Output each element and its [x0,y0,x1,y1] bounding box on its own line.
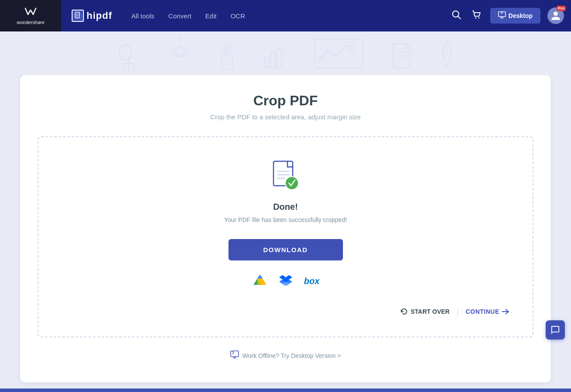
main-card: Crop PDF Crop the PDF to a selected area… [20,75,551,382]
desktop-icon [498,11,506,20]
download-button[interactable]: DOWNLOAD [228,239,343,260]
hipdf-label: hipdf [87,10,112,21]
bottom-bar [0,389,571,392]
svg-point-3 [475,17,476,18]
svg-rect-35 [231,351,239,357]
page-subtitle: Crop the PDF to a selected area, adjust … [33,113,538,121]
feather-icon [438,39,456,70]
hipdf-logo-icon [72,10,84,22]
nav-links: All tools Convert Edit OCR [123,10,254,21]
chart-icon [262,46,286,70]
nav-all-tools[interactable]: All tools [132,10,155,21]
nav-convert[interactable]: Convert [168,10,191,21]
hipdf-brand[interactable]: hipdf [61,10,123,22]
file-icon-wrap [52,159,519,193]
document-icon [391,42,412,70]
bottom-actions: START OVER | CONTINUE [52,304,519,319]
arrow-right-icon [502,309,510,315]
google-drive-button[interactable] [252,273,267,288]
offline-label: Work Offline? Try Desktop Version > [242,352,341,359]
offline-banner[interactable]: Work Offline? Try Desktop Version > [33,350,538,361]
result-area: Done! Your PDF file has been successfull… [38,136,533,337]
continue-label: CONTINUE [466,308,499,315]
desktop-btn-label: Desktop [509,12,533,19]
svg-rect-18 [264,57,269,68]
bg-decoration [0,31,571,75]
done-subtitle: Your PDF file has been successfully crop… [52,216,519,223]
svg-point-33 [286,177,298,189]
desktop-button[interactable]: Desktop [490,8,540,24]
ws-logo [24,7,38,18]
desktop-offline-icon [230,350,239,361]
start-over-label: START OVER [411,308,450,315]
action-divider: | [457,307,459,316]
monitor-chart-icon [312,37,365,70]
svg-rect-20 [277,48,282,68]
wondershare-brand[interactable]: wondershare [0,0,61,31]
plant-icon [116,37,142,70]
svg-line-15 [224,44,225,55]
user-avatar[interactable]: Pro [547,7,564,24]
dropbox-button[interactable] [278,273,294,288]
cart-button[interactable] [470,8,483,24]
start-over-button[interactable]: START OVER [395,304,455,319]
svg-rect-14 [222,55,232,70]
box-button[interactable]: box [304,273,320,288]
wondershare-label: wondershare [17,20,45,25]
navbar: wondershare hipdf All tools Convert Edit… [0,0,571,31]
file-check-icon [270,159,301,193]
svg-line-17 [229,44,231,55]
nav-edit[interactable]: Edit [205,10,217,21]
svg-point-8 [119,45,132,60]
page-title: Crop PDF [33,93,538,109]
continue-button[interactable]: CONTINUE [460,305,515,319]
message-float-button[interactable] [546,320,565,340]
svg-line-27 [445,42,447,69]
nav-ocr[interactable]: OCR [231,10,245,21]
cloud-save-icons: box [52,273,519,288]
nav-actions: Desktop Pro [450,7,571,24]
search-button[interactable] [450,8,463,24]
svg-point-4 [478,17,479,18]
bg-icons [116,33,456,74]
svg-line-2 [458,16,460,19]
pro-badge: Pro [557,6,566,11]
done-title: Done! [52,202,519,212]
box-label: box [304,276,320,285]
refresh-icon [400,308,408,316]
pencil-cup-icon [218,42,236,70]
lamp-icon [168,37,192,70]
svg-rect-19 [271,52,275,68]
